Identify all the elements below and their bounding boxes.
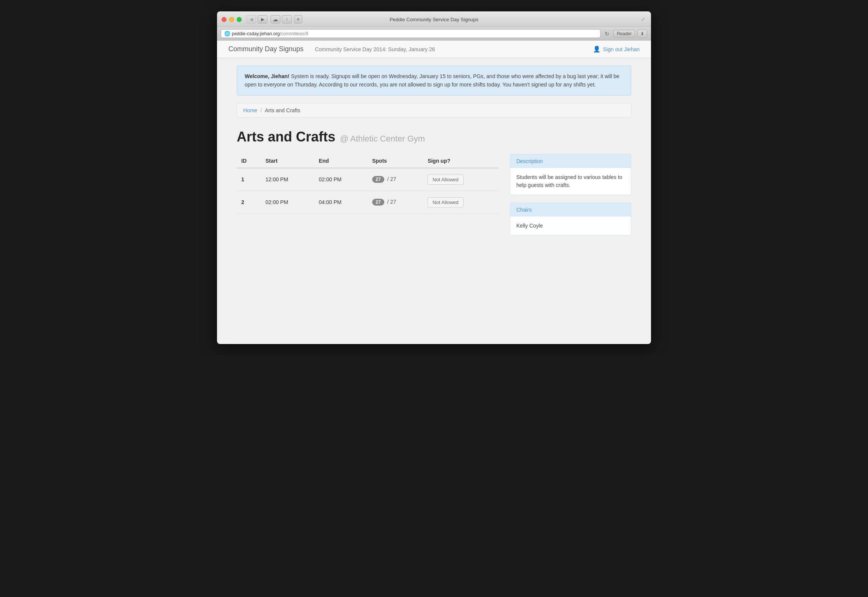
url-domain: peddie-csday.jiehan.org: [232, 31, 280, 36]
content-grid: ID Start End Spots Sign up? 1 12:00 PM: [237, 154, 631, 243]
chairs-header: Chairs: [510, 203, 631, 217]
minimize-button[interactable]: [229, 17, 234, 22]
page-title-section: Arts and Crafts@ Athletic Center Gym: [237, 129, 631, 145]
page-content: Community Day Signups Community Service …: [217, 41, 651, 344]
shifts-section: ID Start End Spots Sign up? 1 12:00 PM: [237, 154, 498, 214]
share-icon: ↑: [286, 17, 288, 22]
shifts-table: ID Start End Spots Sign up? 1 12:00 PM: [237, 154, 498, 214]
reader-button[interactable]: Reader: [613, 30, 635, 38]
cloud-button[interactable]: ☁: [270, 15, 280, 24]
sign-out-link[interactable]: Sign out Jiehan: [603, 46, 640, 52]
row1-end: 02:00 PM: [314, 168, 368, 191]
col-header-start: Start: [261, 154, 314, 168]
add-tab-button[interactable]: +: [294, 15, 302, 24]
row2-spots-total: / 27: [387, 199, 396, 205]
page-location: @ Athletic Center Gym: [340, 134, 425, 143]
alert-box: Welcome, Jiehan! System is ready. Signup…: [237, 66, 631, 96]
page-title: Arts and Crafts: [237, 129, 335, 145]
browser-urlbar: 🌐 peddie-csday.jiehan.org/committees/9 ↻…: [217, 27, 651, 41]
breadcrumb-home[interactable]: Home: [243, 107, 257, 113]
url-field[interactable]: 🌐 peddie-csday.jiehan.org/committees/9: [221, 29, 601, 38]
https-icon: 🌐: [224, 31, 230, 36]
row2-start: 02:00 PM: [261, 191, 314, 214]
col-header-signup: Sign up?: [423, 154, 498, 168]
row1-spots: 27 / 27: [368, 168, 423, 191]
browser-window: ◀ ▶ ☁ ↑ + Peddie Community Service Day S…: [217, 11, 651, 344]
share-button[interactable]: ↑: [282, 15, 292, 24]
breadcrumb-current: Arts and Crafts: [265, 107, 300, 113]
url-text: peddie-csday.jiehan.org/committees/9: [232, 31, 597, 36]
row1-signup: Not Allowed: [423, 168, 498, 191]
expand-button[interactable]: ⤢: [640, 16, 646, 23]
browser-titlebar: ◀ ▶ ☁ ↑ + Peddie Community Service Day S…: [217, 11, 651, 27]
reload-icon: ↻: [605, 31, 609, 37]
forward-icon: ▶: [261, 17, 264, 22]
row1-not-allowed-button[interactable]: Not Allowed: [428, 174, 464, 185]
description-card: Description Students will be assigned to…: [510, 154, 631, 195]
description-header: Description: [510, 154, 631, 168]
header-right: 👤 Sign out Jiehan: [593, 46, 640, 53]
row1-spots-badge: 27: [372, 176, 384, 183]
table-row: 2 02:00 PM 04:00 PM 27 / 27 Not Allowed: [237, 191, 498, 214]
forward-button[interactable]: ▶: [258, 15, 267, 24]
row1-spots-total: / 27: [387, 176, 396, 182]
row2-id: 2: [237, 191, 261, 214]
table-header-row: ID Start End Spots Sign up?: [237, 154, 498, 168]
row2-not-allowed-button[interactable]: Not Allowed: [428, 197, 464, 207]
alert-bold: Welcome, Jiehan!: [245, 73, 289, 79]
close-button[interactable]: [222, 17, 226, 22]
chairs-body: Kelly Coyle: [510, 217, 631, 235]
cloud-icon: ☁: [273, 16, 278, 22]
sidebar: Description Students will be assigned to…: [510, 154, 631, 243]
col-header-end: End: [314, 154, 368, 168]
table-row: 1 12:00 PM 02:00 PM 27 / 27 Not Allowed: [237, 168, 498, 191]
add-tab-icon: +: [296, 16, 300, 23]
reload-button[interactable]: ↻: [603, 30, 611, 38]
download-button[interactable]: ⬇: [637, 30, 647, 38]
col-header-spots: Spots: [368, 154, 423, 168]
back-icon: ◀: [250, 17, 253, 22]
app-header: Community Day Signups Community Service …: [217, 41, 651, 58]
expand-icon: ⤢: [641, 17, 645, 22]
row2-end: 04:00 PM: [314, 191, 368, 214]
maximize-button[interactable]: [237, 17, 242, 22]
breadcrumb: Home / Arts and Crafts: [237, 103, 631, 118]
url-path: /committees/9: [280, 31, 308, 36]
chairs-card: Chairs Kelly Coyle: [510, 203, 631, 236]
main-container: Welcome, Jiehan! System is ready. Signup…: [225, 58, 643, 251]
browser-title: Peddie Community Service Day Signups: [390, 17, 478, 22]
alert-text: System is ready. Signups will be open on…: [245, 73, 620, 88]
browser-nav: ◀ ▶: [246, 15, 267, 24]
app-subtitle: Community Service Day 2014: Sunday, Janu…: [315, 46, 435, 52]
row1-id: 1: [237, 168, 261, 191]
breadcrumb-separator: /: [260, 107, 262, 113]
user-icon: 👤: [593, 46, 601, 53]
description-body: Students will be assigned to various tab…: [510, 168, 631, 195]
col-header-id: ID: [237, 154, 261, 168]
row1-start: 12:00 PM: [261, 168, 314, 191]
row2-spots: 27 / 27: [368, 191, 423, 214]
row2-spots-badge: 27: [372, 199, 384, 206]
app-title: Community Day Signups: [228, 45, 303, 53]
row2-signup: Not Allowed: [423, 191, 498, 214]
back-button[interactable]: ◀: [246, 15, 256, 24]
browser-buttons: [222, 17, 242, 22]
